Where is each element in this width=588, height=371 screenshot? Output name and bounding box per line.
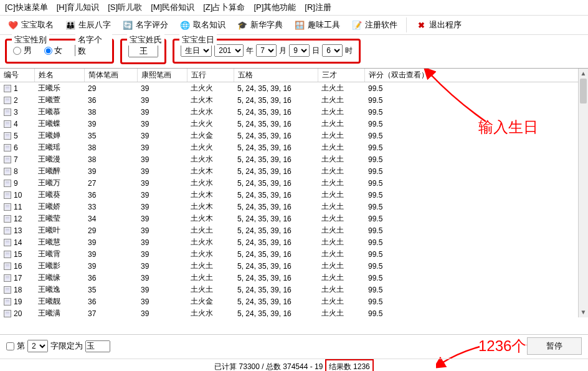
row-icon	[4, 298, 11, 306]
menubar: [C]快速菜单 [H]育儿知识 [S]听儿歌 [M]民俗知识 [Z]占卜算命 […	[0, 0, 588, 15]
table-header-row: 编号 姓名 简体笔画 康熙笔画 五行 五格 三才 评分（双击查看）	[0, 69, 588, 82]
hdr-wuxing[interactable]: 五行	[187, 69, 234, 82]
row-icon	[4, 286, 11, 294]
row-icon	[4, 263, 11, 270]
row-icon	[4, 132, 11, 140]
row-icon	[4, 191, 11, 199]
toolbar: ❤️宝宝取名 👪生辰八字 🔄名字评分 🌐取名知识 🎓新华字典 🪟趣味工具 📝注册…	[0, 15, 588, 35]
status-result-count: 结果数 1236	[325, 359, 374, 371]
hdr-wuge[interactable]: 五格	[234, 69, 318, 82]
gender-title: 宝宝性别	[12, 34, 49, 46]
menu-other[interactable]: [P]其他功能	[254, 2, 296, 13]
limit-pos-select[interactable]: 2	[27, 340, 48, 352]
hdr-kang[interactable]: 康熙笔画	[137, 69, 187, 82]
row-icon	[4, 180, 11, 187]
table-row[interactable]: 7王曦漫3839土火水5, 24, 35, 39, 16土火土99.5	[0, 153, 588, 165]
pause-button[interactable]: 暂停	[527, 337, 582, 355]
menu-parenting[interactable]: [H]育儿知识	[57, 2, 100, 13]
hdr-idx[interactable]: 编号	[0, 69, 34, 82]
tb-naming[interactable]: ❤️宝宝取名	[2, 17, 59, 33]
table-row[interactable]: 4王曦蝶3939土火火5, 24, 35, 39, 16土火土99.5	[0, 118, 588, 130]
table-row[interactable]: 16王曦影3939土火土5, 24, 35, 39, 16土火土99.5	[0, 260, 588, 272]
tb-score[interactable]: 🔄名字评分	[117, 17, 173, 33]
menu-register[interactable]: [R]注册	[305, 2, 331, 13]
row-icon	[4, 156, 11, 163]
table-row[interactable]: 20王曦满3739土火水5, 24, 35, 39, 16土火土99.5	[0, 307, 588, 317]
tb-bazi[interactable]: 👪生辰八字	[60, 17, 116, 33]
vertical-scrollbar[interactable]: ▲ ▼	[578, 69, 588, 317]
controls-row: 宝宝性别 名字个数 男 女 三字 宝宝姓氏 宝宝生日 生日 201 年 7 月 …	[0, 35, 588, 68]
row-icon	[4, 274, 11, 282]
di-label: 第	[17, 340, 25, 352]
table-row[interactable]: 1王曦乐2939土火火5, 24, 35, 39, 16土火土99.5	[0, 82, 588, 95]
row-icon	[4, 227, 11, 234]
table-row[interactable]: 6王曦瑶3839土火火5, 24, 35, 39, 16土火土99.5	[0, 142, 588, 153]
hdr-score[interactable]: 评分（双击查看）	[364, 69, 588, 82]
gender-female[interactable]: 女	[44, 45, 63, 56]
bd-year[interactable]: 201	[214, 44, 244, 57]
limit-label: 字限定为	[50, 340, 83, 352]
hdr-name[interactable]: 姓名	[34, 69, 84, 82]
table-row[interactable]: 10王曦葵3639土火木5, 24, 35, 39, 16土火土99.5	[0, 189, 588, 201]
row-icon	[4, 203, 11, 211]
tb-knowledge[interactable]: 🌐取名知识	[174, 17, 230, 33]
tb-exit[interactable]: ✖退出程序	[410, 17, 467, 33]
table-row[interactable]: 19王曦靓3639土火金5, 24, 35, 39, 16土火土99.5	[0, 296, 588, 307]
menu-quick[interactable]: [C]快速菜单	[5, 2, 48, 13]
bd-day[interactable]: 9	[289, 44, 310, 57]
row-icon	[4, 120, 11, 128]
scroll-thumb[interactable]	[580, 79, 587, 104]
note-icon: 📝	[351, 19, 363, 31]
table-row[interactable]: 5王曦婵3539土火金5, 24, 35, 39, 16土火土99.5	[0, 130, 588, 142]
table-row[interactable]: 18王曦逸3539土火土5, 24, 35, 39, 16土火土99.5	[0, 284, 588, 296]
surname-input[interactable]	[128, 44, 158, 57]
table-row[interactable]: 2王曦萱3639土火木5, 24, 35, 39, 16土火土99.5	[0, 94, 588, 106]
menu-fortune[interactable]: [Z]占卜算命	[203, 2, 245, 13]
row-icon	[4, 85, 11, 92]
menu-folk[interactable]: [M]民俗知识	[151, 2, 194, 13]
status-bar: 已计算 73300 / 总数 374544 - 19 结果数 1236	[0, 359, 588, 371]
hour-label: 时	[345, 46, 353, 56]
row-icon	[4, 251, 11, 258]
table-row[interactable]: 13王曦叶2939土火土5, 24, 35, 39, 16土火土99.5	[0, 224, 588, 236]
table-row[interactable]: 9王曦万2739土火水5, 24, 35, 39, 16土火土99.5	[0, 177, 588, 189]
bd-type[interactable]: 生日	[181, 44, 212, 57]
count-title: 名字个数	[75, 34, 112, 57]
table-row[interactable]: 14王曦慧3939土火水5, 24, 35, 39, 16土火土99.5	[0, 236, 588, 248]
month-label: 月	[279, 46, 287, 56]
tb-fun[interactable]: 🪟趣味工具	[289, 17, 345, 33]
hdr-simp[interactable]: 简体笔画	[84, 69, 137, 82]
group-gender-count: 宝宝性别 名字个数 男 女 三字	[5, 39, 114, 64]
refresh-icon: 🔄	[122, 19, 133, 31]
limit-checkbox[interactable]	[6, 342, 14, 350]
year-label: 年	[246, 46, 254, 56]
limit-char-input[interactable]	[85, 340, 110, 352]
table-row[interactable]: 12王曦莹3439土火木5, 24, 35, 39, 16土火土99.5	[0, 213, 588, 224]
table-row[interactable]: 17王曦缘3639土火土5, 24, 35, 39, 16土火土99.5	[0, 272, 588, 284]
group-birthday: 宝宝生日 生日 201 年 7 月 9 日 6 时	[173, 39, 361, 64]
people-icon: 👪	[65, 19, 76, 31]
birthday-title: 宝宝生日	[179, 34, 217, 46]
heart-icon: ❤️	[7, 19, 19, 31]
row-icon	[4, 168, 11, 175]
row-icon	[4, 215, 11, 223]
grad-icon: 🎓	[237, 19, 248, 31]
menu-songs[interactable]: [S]听儿歌	[108, 2, 142, 13]
windows-icon: 🪟	[294, 19, 305, 31]
tb-dict[interactable]: 🎓新华字典	[232, 17, 288, 33]
tb-register[interactable]: 📝注册软件	[346, 17, 402, 33]
table-row[interactable]: 15王曦霄3939土火水5, 24, 35, 39, 16土火土99.5	[0, 248, 588, 260]
gender-male[interactable]: 男	[13, 45, 32, 56]
day-label: 日	[312, 46, 320, 56]
table-row[interactable]: 8王曦醉3939土火木5, 24, 35, 39, 16土火土99.5	[0, 165, 588, 177]
scroll-down-icon[interactable]: ▼	[579, 307, 588, 317]
table-row[interactable]: 11王曦娇3339土火木5, 24, 35, 39, 16土火土99.5	[0, 201, 588, 213]
group-surname: 宝宝姓氏	[120, 39, 166, 64]
results-table: 编号 姓名 简体笔画 康熙笔画 五行 五格 三才 评分（双击查看） 1王曦乐29…	[0, 69, 588, 317]
scroll-up-icon[interactable]: ▲	[579, 69, 588, 79]
table-row[interactable]: 3王曦慕3839土火水5, 24, 35, 39, 16土火土99.5	[0, 106, 588, 118]
bd-month[interactable]: 7	[256, 44, 277, 57]
hdr-sancai[interactable]: 三才	[318, 69, 364, 82]
bd-hour[interactable]: 6	[322, 44, 343, 57]
row-icon	[4, 144, 11, 152]
